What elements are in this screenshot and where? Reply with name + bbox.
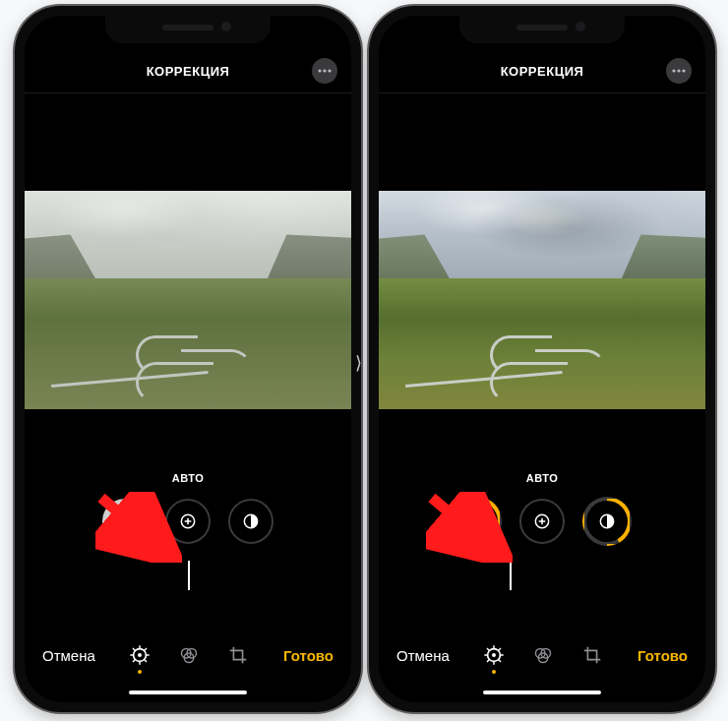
svg-point-2: [328, 69, 331, 72]
cancel-button[interactable]: Отмена: [396, 647, 450, 664]
exposure-icon: [178, 511, 198, 531]
crop-icon: [581, 644, 603, 666]
mode-tabs: [129, 644, 249, 666]
svg-point-14: [677, 69, 680, 72]
filters-icon: [178, 644, 200, 666]
filters-tab[interactable]: [532, 644, 554, 666]
phone-frame-right: КОРРЕКЦИЯ АВТО: [369, 6, 715, 712]
crop-tab[interactable]: [581, 644, 603, 666]
exposure-dial[interactable]: [519, 499, 565, 544]
svg-point-19: [541, 520, 544, 523]
notch: [105, 16, 271, 43]
editor-navbar: КОРРЕКЦИЯ: [25, 49, 351, 93]
slider-ticks-right: [188, 567, 337, 590]
photo-preview[interactable]: [379, 191, 705, 409]
phone-frame-left: КОРРЕКЦИЯ АВТО: [15, 6, 361, 712]
ellipsis-icon: [672, 69, 686, 73]
screen-right: КОРРЕКЦИЯ АВТО: [379, 16, 705, 702]
done-button[interactable]: Готово: [637, 647, 688, 664]
photo-ground: [25, 278, 351, 409]
contrast-dial[interactable]: [582, 497, 632, 546]
more-button[interactable]: [312, 58, 337, 84]
crop-icon: [227, 644, 249, 666]
filters-tab[interactable]: [178, 644, 200, 666]
svg-point-9: [138, 653, 142, 657]
ellipsis-icon: [318, 69, 332, 73]
crop-tab[interactable]: [227, 644, 249, 666]
home-indicator[interactable]: [129, 691, 247, 694]
magic-wand-icon: [115, 511, 135, 531]
slider-marker[interactable]: [188, 561, 190, 590]
svg-point-6: [187, 520, 190, 523]
adjust-icon: [483, 644, 505, 666]
contrast-icon: [597, 511, 617, 531]
adjustment-dials-row: [25, 496, 351, 547]
adjustment-slider[interactable]: [38, 557, 337, 596]
svg-point-1: [323, 69, 326, 72]
auto-dial[interactable]: [102, 499, 148, 544]
adjust-tab[interactable]: [129, 644, 151, 666]
svg-point-15: [682, 69, 685, 72]
exposure-icon: [532, 511, 552, 531]
filters-icon: [532, 644, 554, 666]
contrast-icon: [241, 511, 261, 531]
screen-left: КОРРЕКЦИЯ АВТО: [25, 16, 351, 702]
comparison-stage: КОРРЕКЦИЯ АВТО: [0, 0, 728, 721]
slider-marker[interactable]: [510, 561, 512, 590]
slider-ticks-left: [38, 567, 188, 590]
slider-ticks-left: [393, 567, 510, 590]
auto-dial[interactable]: [453, 497, 502, 546]
done-button[interactable]: Готово: [283, 647, 334, 664]
home-indicator[interactable]: [483, 691, 601, 694]
exposure-dial[interactable]: [165, 499, 211, 544]
adjustment-label: АВТО: [25, 472, 351, 484]
photo-ground: [379, 278, 705, 409]
editor-bottombar: Отмена Готово: [25, 633, 351, 677]
adjustment-label: АВТО: [379, 472, 705, 484]
adjust-icon: [129, 644, 151, 666]
editor-bottombar: Отмена Готово: [379, 633, 705, 677]
notch: [459, 16, 625, 43]
svg-point-22: [492, 653, 496, 657]
svg-point-0: [318, 69, 321, 72]
slider-ticks-right: [510, 567, 692, 590]
adjust-tab[interactable]: [483, 644, 505, 666]
editor-navbar: КОРРЕКЦИЯ: [379, 49, 705, 93]
photo-preview[interactable]: [25, 191, 351, 409]
more-button[interactable]: [666, 58, 692, 84]
magic-wand-icon: [467, 511, 487, 531]
cancel-button[interactable]: Отмена: [42, 647, 95, 664]
contrast-dial[interactable]: [228, 499, 273, 544]
navbar-title: КОРРЕКЦИЯ: [501, 64, 584, 79]
adjustment-dials-row: [379, 496, 705, 547]
mode-tabs: [483, 644, 603, 666]
adjustment-slider[interactable]: [393, 557, 692, 596]
svg-point-13: [672, 69, 675, 72]
navbar-title: КОРРЕКЦИЯ: [147, 64, 230, 79]
divider-glyph: ⟩: [355, 352, 362, 374]
